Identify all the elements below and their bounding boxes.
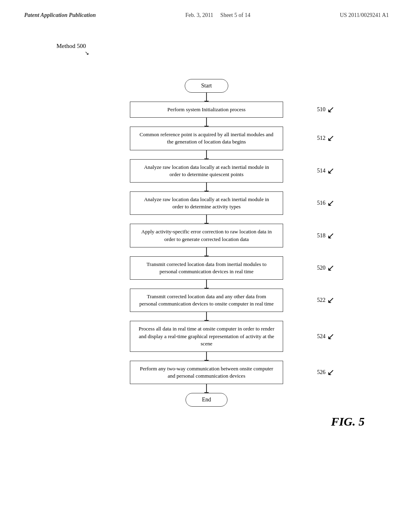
diagram-area: Method 500 ↘ Start Perform system Initia… bbox=[24, 35, 389, 428]
step-518-label: 518 ↙ bbox=[317, 231, 334, 240]
step-512-box: Common reference point is acquired by al… bbox=[130, 127, 283, 150]
date: Feb. 3, 2011 bbox=[185, 12, 213, 18]
flowchart: Start Perform system Initialization proc… bbox=[24, 79, 389, 407]
arrow-7 bbox=[206, 312, 207, 321]
step-526-box: Perform any two-way communication betwee… bbox=[130, 361, 283, 384]
bracket-512: ↙ bbox=[327, 134, 334, 143]
step-518-row: Apply activity-specific error correction… bbox=[24, 224, 389, 247]
step-524-row: Process all data in real time at onsite … bbox=[24, 321, 389, 352]
step-510-label: 510 ↙ bbox=[317, 105, 334, 114]
step-524-label: 524 ↙ bbox=[317, 332, 334, 341]
step-514-row: Analyze raw location data locally at eac… bbox=[24, 159, 389, 183]
step-510-box: Perform system Initialization process bbox=[130, 102, 283, 118]
start-node: Start bbox=[185, 79, 228, 93]
bracket-524: ↙ bbox=[327, 332, 334, 341]
page-header: Patent Application Publication Feb. 3, 2… bbox=[24, 12, 389, 19]
bracket-510: ↙ bbox=[327, 105, 334, 114]
bracket-522: ↙ bbox=[327, 296, 334, 305]
patent-number: US 2011/0029241 A1 bbox=[340, 12, 389, 19]
date-label: Feb. 3, 2011 Sheet 5 of 14 bbox=[185, 12, 250, 19]
bracket-514: ↙ bbox=[327, 166, 334, 175]
arrow-0 bbox=[206, 93, 207, 102]
step-522-box: Transmit corrected location data and any… bbox=[130, 289, 283, 312]
arrow-3 bbox=[206, 183, 207, 191]
step-524-box: Process all data in real time at onsite … bbox=[130, 321, 283, 352]
start-node-row: Start bbox=[24, 79, 389, 93]
end-node: End bbox=[186, 393, 228, 407]
page: Patent Application Publication Feb. 3, 2… bbox=[0, 0, 413, 532]
arrow-2 bbox=[206, 150, 207, 159]
arrow-6 bbox=[206, 280, 207, 289]
step-512-row: Common reference point is acquired by al… bbox=[24, 127, 389, 150]
bracket-526: ↙ bbox=[327, 368, 334, 377]
step-516-label: 516 ↙ bbox=[317, 199, 334, 208]
fig-label: FIG. 5 bbox=[331, 415, 365, 428]
arrow-1 bbox=[206, 118, 207, 127]
arrow-5 bbox=[206, 247, 207, 256]
method-label: Method 500 bbox=[56, 43, 86, 50]
step-514-label: 514 ↙ bbox=[317, 166, 334, 175]
step-526-label: 526 ↙ bbox=[317, 368, 334, 377]
bracket-516: ↙ bbox=[327, 199, 334, 208]
bracket-518: ↙ bbox=[327, 231, 334, 240]
step-520-row: Transmit corrected location data from in… bbox=[24, 256, 389, 280]
step-514-box: Analyze raw location data locally at eac… bbox=[130, 159, 283, 183]
step-516-box: Analyze raw location data locally at eac… bbox=[130, 191, 283, 215]
step-522-label: 522 ↙ bbox=[317, 296, 334, 305]
step-522-row: Transmit corrected location data and any… bbox=[24, 289, 389, 312]
publication-label: Patent Application Publication bbox=[24, 12, 96, 19]
sheet-label: Sheet 5 of 14 bbox=[220, 12, 250, 18]
step-518-box: Apply activity-specific error correction… bbox=[130, 224, 283, 247]
arrow-8 bbox=[206, 352, 207, 361]
step-526-row: Perform any two-way communication betwee… bbox=[24, 361, 389, 384]
step-520-label: 520 ↙ bbox=[317, 264, 334, 272]
step-510-row: Perform system Initialization process 51… bbox=[24, 102, 389, 118]
arrow-4 bbox=[206, 215, 207, 224]
method-arrow: ↘ bbox=[85, 50, 89, 56]
end-node-row: End bbox=[24, 393, 389, 407]
arrow-9 bbox=[206, 384, 207, 393]
step-516-row: Analyze raw location data locally at eac… bbox=[24, 191, 389, 215]
step-512-label: 512 ↙ bbox=[317, 134, 334, 143]
bracket-520: ↙ bbox=[327, 264, 334, 272]
step-520-box: Transmit corrected location data from in… bbox=[130, 256, 283, 280]
